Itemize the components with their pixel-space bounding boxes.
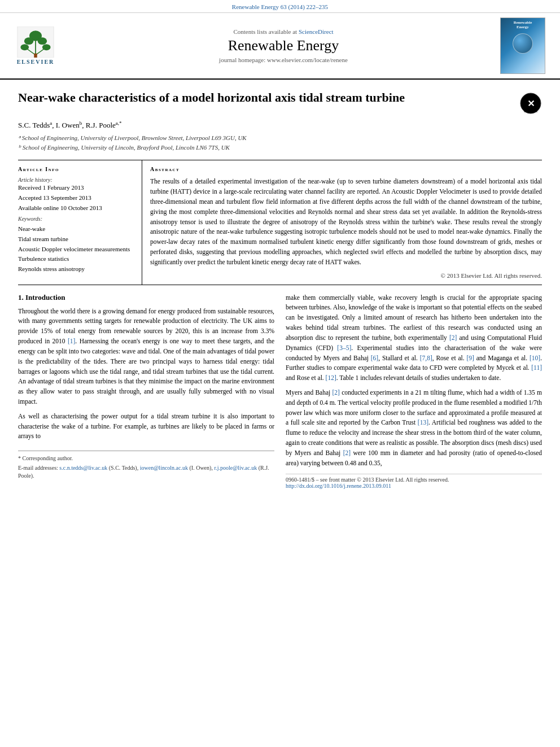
footnote-corresponding: * Corresponding author. (18, 455, 274, 462)
footnote-emails: E-mail addresses: s.c.n.tedds@liv.ac.uk … (18, 464, 274, 480)
abstract-text: The results of a detailed experimental i… (150, 177, 542, 267)
ref-10[interactable]: [10] (530, 355, 540, 361)
authors-line: S.C. Teddsa, I. Owenb, R.J. Poolea,* (18, 120, 542, 130)
ref-3-5[interactable]: [3–5] (337, 344, 351, 351)
science-direct-link[interactable]: ScienceDirect (299, 28, 334, 35)
ref-6[interactable]: [6] (371, 355, 378, 361)
ref-13[interactable]: [13] (418, 419, 428, 426)
issn-line: 0960-1481/$ – see front matter © 2013 El… (286, 477, 542, 483)
body-right-col: make them commercially viable, wake reco… (286, 293, 542, 492)
affil-b-sup: b (80, 120, 82, 126)
journal-reference-bar: Renewable Energy 63 (2014) 222–235 (0, 0, 560, 13)
crossmark-icon: ✕ CrossMark (519, 92, 542, 115)
keyword-turbulence: Turbulence statistics (18, 254, 135, 264)
ref-11[interactable]: [11] (531, 364, 542, 371)
affiliation-b: ᵇ School of Engineering, University of L… (18, 143, 542, 152)
journal-cover-section: RenewableEnergy (500, 18, 551, 74)
email-poole[interactable]: r.j.poole@liv.ac.uk (214, 465, 257, 471)
ref-9[interactable]: [9] (466, 355, 474, 361)
cover-title: RenewableEnergy (514, 20, 532, 30)
journal-title: Renewable Energy (72, 37, 495, 54)
journal-cover-image: RenewableEnergy (500, 18, 545, 74)
keyword-tidal: Tidal stream turbine (18, 234, 135, 244)
journal-header-center: Contents lists available at ScienceDirec… (67, 28, 500, 63)
abstract-column: Abstract The results of a detailed exper… (142, 160, 542, 284)
intro-paragraph-4: Myers and Bahaj [2] conducted experiment… (286, 388, 542, 469)
keyword-near-wake: Near-wake (18, 224, 135, 234)
journal-reference-text: Renewable Energy 63 (2014) 222–235 (232, 3, 328, 10)
ref-2b[interactable]: [2] (332, 389, 339, 396)
info-abstract-section: Article Info Article history: Received 1… (18, 160, 542, 285)
elsevier-logo: ELSEVIER (16, 27, 55, 65)
affil-a-sup: a (50, 120, 52, 126)
abstract-heading: Abstract (150, 166, 542, 172)
intro-paragraph-3: make them commercially viable, wake reco… (286, 293, 542, 383)
svg-text:CrossMark: CrossMark (524, 110, 538, 113)
affiliation-a: ᵃ School of Engineering, University of L… (18, 133, 542, 143)
email-owen[interactable]: iowen@lincoln.ac.uk (140, 465, 188, 471)
body-left-col: 1. Introduction Throughout the world the… (18, 293, 274, 492)
page: Renewable Energy 63 (2014) 222–235 (0, 0, 560, 747)
keyword-adv: Acoustic Doppler velocimeter measurement… (18, 244, 135, 255)
section-1-number: 1. (18, 293, 24, 302)
ref-2c[interactable]: [2] (343, 449, 351, 456)
email-label: E-mail addresses: (18, 465, 58, 471)
author-tedds: S.C. Tedds (18, 121, 50, 129)
journal-homepage-line: journal homepage: www.elsevier.com/locat… (72, 56, 495, 63)
affiliations: ᵃ School of Engineering, University of L… (18, 133, 542, 152)
history-label: Article history: (18, 177, 135, 183)
svg-point-3 (24, 37, 34, 45)
section-1-title: 1. Introduction (18, 293, 274, 302)
ref-1[interactable]: [1] (68, 338, 75, 344)
article-title-section: Near-wake characteristics of a model hor… (18, 90, 542, 115)
ref-12[interactable]: [12] (326, 374, 336, 381)
author-poole: R.J. Poole (86, 121, 116, 129)
available-date: Available online 10 October 2013 (18, 204, 135, 211)
intro-paragraph-2: As well as characterising the power outp… (18, 412, 274, 442)
affil-a2-sup: a,* (116, 120, 122, 126)
doi-line: http://dx.doi.org/10.1016/j.renene.2013.… (286, 483, 542, 489)
journal-header: ELSEVIER Contents lists available at Sci… (0, 13, 560, 80)
body-columns: 1. Introduction Throughout the world the… (18, 293, 542, 492)
article-content: Near-wake characteristics of a model hor… (0, 80, 560, 491)
received-date: Received 1 February 2013 (18, 184, 135, 191)
keywords-label: Keywords: (18, 216, 135, 222)
accepted-date: Accepted 13 September 2013 (18, 194, 135, 201)
svg-rect-9 (34, 54, 37, 58)
bottom-bar: 0960-1481/$ – see front matter © 2013 El… (286, 474, 542, 491)
email-tedds[interactable]: s.c.n.tedds@liv.ac.uk (59, 465, 107, 471)
elsevier-logo-section: ELSEVIER (5, 27, 67, 65)
copyright-line: © 2013 Elsevier Ltd. All rights reserved… (150, 272, 542, 279)
homepage-label: journal homepage: www.elsevier.com/locat… (219, 56, 348, 63)
email-owen-name: (I. Owen), (190, 465, 215, 471)
keyword-reynolds: Reynolds stress anisotropy (18, 264, 135, 274)
article-info-column: Article Info Article history: Received 1… (18, 160, 142, 284)
ref-2[interactable]: [2] (449, 334, 457, 341)
article-title: Near-wake characteristics of a model hor… (18, 90, 513, 106)
section-1-label: Introduction (25, 293, 65, 302)
cover-globe-graphic (513, 33, 533, 54)
svg-text:✕: ✕ (527, 99, 535, 108)
email-tedds-name: (S.C. Tedds), (109, 465, 140, 471)
article-info-heading: Article Info (18, 166, 135, 172)
elsevier-tree-icon (16, 27, 55, 58)
footnote-section: * Corresponding author. E-mail addresses… (18, 451, 274, 480)
intro-paragraph-1: Throughout the world there is a growing … (18, 307, 274, 407)
ref-7-8[interactable]: [7,8] (420, 355, 432, 361)
doi-link[interactable]: http://dx.doi.org/10.1016/j.renene.2013.… (286, 483, 391, 489)
contents-available-line: Contents lists available at ScienceDirec… (72, 28, 495, 35)
svg-point-4 (38, 37, 47, 45)
elsevier-text: ELSEVIER (17, 59, 55, 65)
author-owen: I. Owen (56, 121, 80, 129)
